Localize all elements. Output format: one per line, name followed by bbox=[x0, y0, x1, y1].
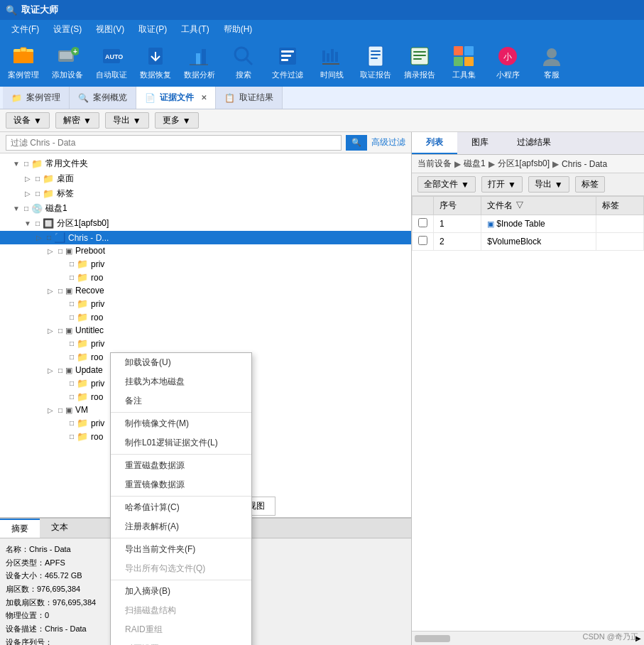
check-box[interactable]: □ bbox=[21, 205, 31, 212]
check-box[interactable]: □ bbox=[55, 367, 65, 374]
tree-item-roo1[interactable]: □ 📁 roo bbox=[0, 271, 411, 284]
tab-evidence-file[interactable]: 📄 证据文件 ✕ bbox=[136, 87, 216, 109]
right-tab-list[interactable]: 列表 bbox=[412, 132, 457, 154]
toolbar-service[interactable]: 客服 bbox=[534, 45, 569, 80]
tab-forensic-result[interactable]: 📋 取证结果 bbox=[216, 87, 283, 109]
export-btn[interactable]: 导出 ▼ bbox=[105, 112, 149, 129]
check-box[interactable]: □ bbox=[33, 175, 43, 183]
right-tab-filter-result[interactable]: 过滤结果 bbox=[503, 132, 565, 154]
context-hash[interactable]: 哈希值计算(C) bbox=[111, 498, 251, 517]
tree-item-preboot[interactable]: ▷ □ ▣ Preboot bbox=[0, 244, 411, 257]
device-btn[interactable]: 设备 ▼ bbox=[6, 112, 50, 129]
check-box[interactable]: □ bbox=[67, 353, 77, 361]
toolbar-search[interactable]: 搜索 bbox=[226, 45, 261, 80]
toolbar-forensic-report[interactable]: 取证报告 bbox=[358, 45, 393, 80]
menu-file[interactable]: 文件(F) bbox=[6, 22, 45, 37]
tab-forensic-result-icon: 📋 bbox=[224, 93, 235, 103]
menu-settings[interactable]: 设置(S) bbox=[48, 22, 87, 37]
breadcrumb-disk1[interactable]: 磁盘1 bbox=[464, 158, 486, 170]
right-tab-gallery[interactable]: 图库 bbox=[457, 132, 503, 154]
menu-tools[interactable]: 工具(T) bbox=[175, 22, 214, 37]
check-box[interactable]: □ bbox=[67, 340, 77, 347]
breadcrumb-chris-data[interactable]: Chris - Data bbox=[562, 159, 607, 169]
check-box[interactable]: □ bbox=[55, 247, 65, 255]
tree-item-tag[interactable]: ▷ □ 📁 标签 bbox=[0, 186, 411, 201]
tab-case-manage[interactable]: 📁 案例管理 bbox=[3, 87, 70, 109]
tree-item-partition1[interactable]: ▼ □ 🔲 分区1[apfsb0] bbox=[0, 216, 411, 231]
toolbar-miniapp[interactable]: 小 小程序 bbox=[490, 45, 525, 80]
tree-item-recover[interactable]: ▷ □ ▣ Recove bbox=[0, 284, 411, 297]
more-btn[interactable]: 更多 ▼ bbox=[155, 112, 199, 129]
tree-item-disk1[interactable]: ▼ □ 💿 磁盘1 bbox=[0, 201, 411, 216]
folder-icon: 📁 bbox=[43, 188, 54, 199]
table-row[interactable]: 1 ▣ $Inode Table bbox=[413, 215, 644, 233]
menu-help[interactable]: 帮助(H) bbox=[218, 22, 258, 37]
svg-point-40 bbox=[547, 48, 557, 58]
menu-forensic[interactable]: 取证(P) bbox=[133, 22, 173, 37]
check-box[interactable]: □ bbox=[33, 190, 43, 197]
toolbar-auto-forensic[interactable]: AUTO 自动取证 bbox=[94, 45, 129, 80]
check-box[interactable]: □ bbox=[33, 219, 43, 227]
context-reset-image[interactable]: 重置镜像数据源 bbox=[111, 475, 251, 494]
tree-item-common-folders[interactable]: ▼ □ 📁 常用文件夹 bbox=[0, 156, 411, 171]
tree-item-priv3[interactable]: □ 📁 priv bbox=[0, 337, 411, 350]
text-tab[interactable]: 文本 bbox=[40, 519, 80, 538]
check-box[interactable]: □ bbox=[67, 433, 77, 440]
tree-item-desktop[interactable]: ▷ □ 📁 桌面 bbox=[0, 171, 411, 186]
advanced-filter-link[interactable]: 高级过滤 bbox=[371, 136, 405, 148]
row1-checkbox[interactable] bbox=[418, 218, 427, 227]
breadcrumb-partition1[interactable]: 分区1[apfsb0] bbox=[498, 158, 550, 170]
tree-item-priv2[interactable]: □ 📁 priv bbox=[0, 297, 411, 310]
check-box[interactable]: □ bbox=[67, 379, 77, 387]
toolbar-toolset[interactable]: 工具集 bbox=[446, 45, 481, 80]
toolbar-data-recovery[interactable]: 数据恢复 bbox=[138, 45, 173, 80]
decrypt-btn[interactable]: 解密 ▼ bbox=[55, 112, 99, 129]
col-no[interactable]: 序号 bbox=[434, 197, 481, 215]
tree-item-chris-data[interactable]: ▷ □ 🟦 Chris - D... bbox=[0, 231, 411, 244]
context-mount-local[interactable]: 挂载为本地磁盘 bbox=[111, 372, 251, 391]
toolbar-case-manage[interactable]: 案例管理 bbox=[6, 45, 41, 80]
toolbar-excerpt-report[interactable]: 摘录报告 bbox=[402, 45, 437, 80]
check-box[interactable]: □ bbox=[67, 260, 77, 268]
table-row[interactable]: 2 $VolumeBlock bbox=[413, 233, 644, 251]
tree-item-untitled[interactable]: ▷ □ ▣ Untitlec bbox=[0, 324, 411, 337]
breadcrumb-current[interactable]: 当前设备 bbox=[417, 158, 452, 170]
toolbar-add-device[interactable]: + 添加设备 bbox=[50, 45, 85, 80]
context-note[interactable]: 备注 bbox=[111, 391, 251, 411]
context-export-folder[interactable]: 导出当前文件夹(F) bbox=[111, 540, 251, 559]
check-box[interactable]: □ bbox=[67, 313, 77, 321]
context-unmount[interactable]: 卸载设备(U) bbox=[111, 353, 251, 372]
check-box[interactable]: □ bbox=[44, 234, 54, 242]
menu-view[interactable]: 视图(V) bbox=[90, 22, 130, 37]
check-box[interactable]: □ bbox=[55, 406, 65, 414]
tag-btn[interactable]: 标签 bbox=[575, 176, 605, 193]
tree-item-roo2[interactable]: □ 📁 roo bbox=[0, 310, 411, 324]
toolbar-data-analysis[interactable]: 数据分析 bbox=[182, 45, 217, 80]
search-input[interactable] bbox=[6, 135, 342, 151]
context-registry[interactable]: 注册表解析(A) bbox=[111, 517, 251, 536]
row2-checkbox[interactable] bbox=[418, 236, 427, 245]
check-box[interactable]: □ bbox=[21, 160, 31, 168]
context-reset-disk[interactable]: 重置磁盘数据源 bbox=[111, 456, 251, 475]
check-box[interactable]: □ bbox=[67, 273, 77, 281]
tree-item-priv1[interactable]: □ 📁 priv bbox=[0, 257, 411, 271]
summary-tab[interactable]: 摘要 bbox=[0, 519, 40, 538]
check-box[interactable]: □ bbox=[55, 287, 65, 295]
col-tag[interactable]: 标签 bbox=[596, 197, 643, 215]
check-box[interactable]: □ bbox=[55, 327, 65, 335]
context-make-image[interactable]: 制作镜像文件(M) bbox=[111, 414, 251, 433]
check-box[interactable]: □ bbox=[67, 393, 77, 401]
toolbar-timeline[interactable]: 时间线 bbox=[314, 45, 349, 80]
context-add-excerpt[interactable]: 加入摘录(B) bbox=[111, 582, 251, 601]
all-files-btn[interactable]: 全部文件 ▼ bbox=[417, 176, 476, 193]
search-button[interactable]: 🔍 bbox=[346, 135, 367, 151]
export-file-btn[interactable]: 导出 ▼ bbox=[528, 176, 569, 193]
scrollbar-thumb[interactable] bbox=[415, 635, 450, 642]
check-box[interactable]: □ bbox=[67, 419, 77, 427]
tab-evidence-close[interactable]: ✕ bbox=[201, 94, 207, 102]
check-box[interactable]: □ bbox=[67, 300, 77, 308]
tab-case-overview[interactable]: 🔍 案例概览 bbox=[70, 87, 136, 109]
open-btn[interactable]: 打开 ▼ bbox=[481, 176, 523, 193]
context-make-l01[interactable]: 制作L01逻辑证据文件(L) bbox=[111, 433, 251, 452]
toolbar-file-filter[interactable]: 文件过滤 bbox=[270, 45, 305, 80]
